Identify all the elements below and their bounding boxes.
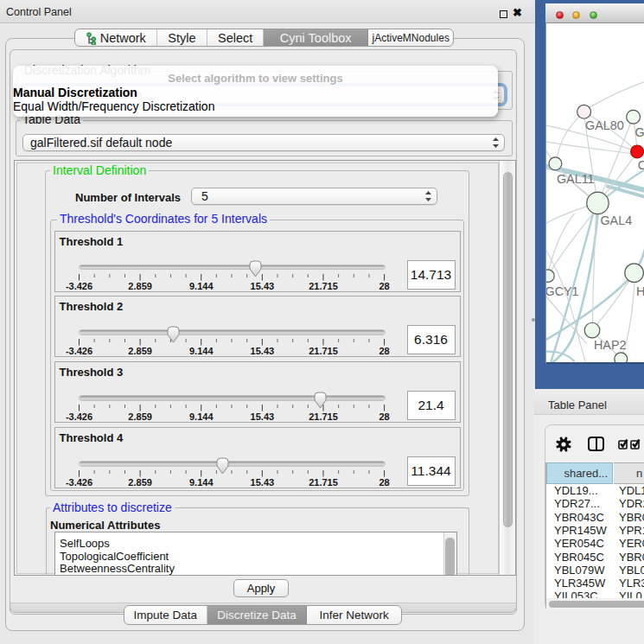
svg-text:GAL4: GAL4 <box>600 214 632 227</box>
svg-text:HI: HI <box>636 284 644 298</box>
svg-text:CR: CR <box>638 158 644 172</box>
svg-text:HAP2: HAP2 <box>594 338 627 352</box>
svg-text:GAL80: GAL80 <box>585 118 624 132</box>
svg-text:GCY1: GCY1 <box>545 284 579 298</box>
svg-text:GAL1: GAL1 <box>635 125 644 139</box>
svg-text:GAL11: GAL11 <box>557 172 595 186</box>
